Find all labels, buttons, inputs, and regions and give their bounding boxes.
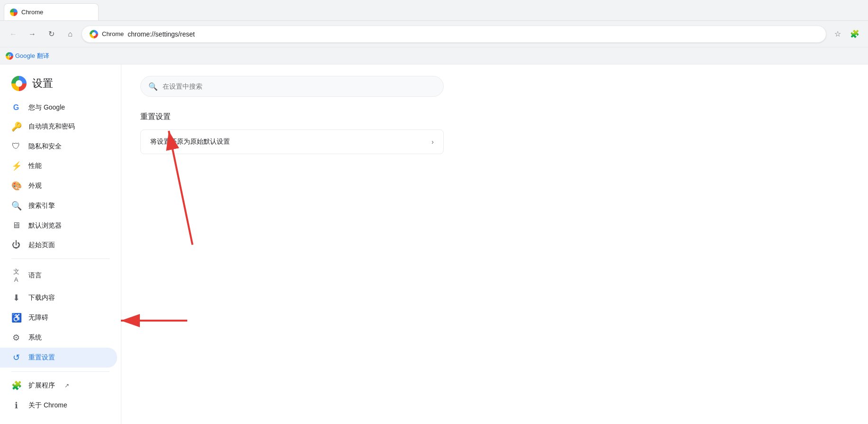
startup-icon: ⏻ [11, 240, 21, 250]
system-icon: ⚙ [11, 332, 21, 343]
sidebar: 设置 G 您与 Google 🔑 自动填充和密码 🛡 隐私和安全 ⚡ 性能 🎨 … [0, 65, 121, 424]
sidebar-label-extensions: 扩展程序 [28, 381, 55, 390]
search-input[interactable] [163, 83, 436, 90]
search-icon: 🔍 [148, 82, 158, 91]
sidebar-label-autofill: 自动填充和密码 [28, 122, 75, 131]
home-button[interactable]: ⌂ [63, 27, 78, 42]
tab-title: Chrome [21, 9, 43, 16]
sidebar-item-accessibility[interactable]: ♿ 无障碍 [0, 308, 117, 328]
languages-icon: 文A [11, 267, 21, 283]
sidebar-label-reset: 重置设置 [28, 353, 55, 362]
sidebar-divider-1 [11, 258, 110, 259]
search-engine-icon: 🔍 [11, 201, 21, 211]
content-area: 🔍 重置设置 将设置还原为原始默认设置 › [121, 65, 868, 424]
accessibility-icon: ♿ [11, 313, 21, 323]
sidebar-item-about[interactable]: ℹ 关于 Chrome [0, 396, 117, 415]
sidebar-item-system[interactable]: ⚙ 系统 [0, 328, 117, 348]
chrome-security-icon [90, 30, 98, 38]
sidebar-item-appearance[interactable]: 🎨 外观 [0, 176, 117, 196]
sidebar-label-default-browser: 默认浏览器 [28, 221, 62, 230]
sidebar-label-privacy: 隐私和安全 [28, 142, 62, 151]
sidebar-item-downloads[interactable]: ⬇ 下载内容 [0, 288, 117, 308]
tab-favicon [10, 9, 18, 16]
extensions-sidebar-icon: 🧩 [11, 380, 21, 391]
bookmark-button[interactable]: ☆ [830, 27, 845, 42]
forward-button[interactable]: → [25, 27, 40, 42]
sidebar-item-extensions[interactable]: 🧩 扩展程序 ↗ [0, 376, 117, 396]
sidebar-label-performance: 性能 [28, 162, 42, 170]
google-icon: G [11, 103, 21, 112]
sidebar-item-autofill[interactable]: 🔑 自动填充和密码 [0, 117, 117, 137]
chrome-label: Chrome [102, 30, 124, 37]
search-bar-container: 🔍 [140, 76, 444, 97]
sidebar-item-default-browser[interactable]: 🖥 默认浏览器 [0, 216, 117, 235]
google-g-icon [6, 52, 13, 60]
sidebar-item-performance[interactable]: ⚡ 性能 [0, 156, 117, 176]
downloads-icon: ⬇ [11, 293, 21, 303]
shield-icon: 🛡 [11, 141, 21, 151]
url-display: chrome://settings/reset [128, 30, 195, 38]
browser-toolbar: Google 翻译 [0, 47, 868, 65]
reset-icon: ↺ [11, 352, 21, 363]
sidebar-item-google[interactable]: G 您与 Google [0, 99, 117, 117]
translate-label: Google 翻译 [15, 52, 49, 60]
back-button[interactable]: ← [6, 27, 21, 42]
sidebar-label-languages: 语言 [28, 271, 42, 280]
key-icon: 🔑 [11, 121, 21, 132]
sidebar-label-system: 系统 [28, 333, 42, 342]
sidebar-label-appearance: 外观 [28, 182, 42, 190]
sidebar-item-startup[interactable]: ⏻ 起始页面 [0, 235, 117, 255]
toolbar-right: ☆ 🧩 [830, 27, 862, 42]
sidebar-label-downloads: 下载内容 [28, 294, 55, 302]
omnibox[interactable]: Chrome chrome://settings/reset [82, 26, 826, 43]
sidebar-item-privacy[interactable]: 🛡 隐私和安全 [0, 137, 117, 156]
sidebar-label-about: 关于 Chrome [28, 401, 67, 410]
sidebar-label-search: 搜索引擎 [28, 202, 55, 210]
external-link-icon: ↗ [64, 382, 69, 389]
search-bar[interactable]: 🔍 [140, 76, 444, 97]
sidebar-label-google: 您与 Google [28, 103, 65, 112]
main-content: 设置 G 您与 Google 🔑 自动填充和密码 🛡 隐私和安全 ⚡ 性能 🎨 … [0, 65, 868, 424]
reload-button[interactable]: ↻ [44, 27, 59, 42]
settings-title: 设置 [32, 76, 53, 91]
about-icon: ℹ [11, 400, 21, 411]
active-tab[interactable]: Chrome [4, 3, 99, 20]
section-title-reset: 重置设置 [140, 112, 849, 122]
address-bar: ← → ↻ ⌂ Chrome chrome://settings/reset ☆… [0, 21, 868, 47]
google-translate-button[interactable]: Google 翻译 [6, 52, 49, 60]
reset-settings-card[interactable]: 将设置还原为原始默认设置 › [140, 129, 444, 154]
sidebar-label-accessibility: 无障碍 [28, 313, 48, 322]
performance-icon: ⚡ [11, 161, 21, 171]
chevron-right-icon: › [431, 138, 434, 146]
sidebar-item-search[interactable]: 🔍 搜索引擎 [0, 196, 117, 216]
extensions-button[interactable]: 🧩 [847, 27, 862, 42]
sidebar-item-reset[interactable]: ↺ 重置设置 [0, 348, 117, 368]
sidebar-label-startup: 起始页面 [28, 241, 55, 249]
sidebar-item-languages[interactable]: 文A 语言 [0, 263, 117, 288]
appearance-icon: 🎨 [11, 181, 21, 191]
default-browser-icon: 🖥 [11, 221, 21, 230]
tab-bar: Chrome [0, 0, 868, 21]
sidebar-divider-2 [11, 371, 110, 372]
chrome-logo [11, 76, 27, 91]
settings-header: 设置 [0, 72, 121, 99]
reset-option-label: 将设置还原为原始默认设置 [150, 138, 230, 146]
